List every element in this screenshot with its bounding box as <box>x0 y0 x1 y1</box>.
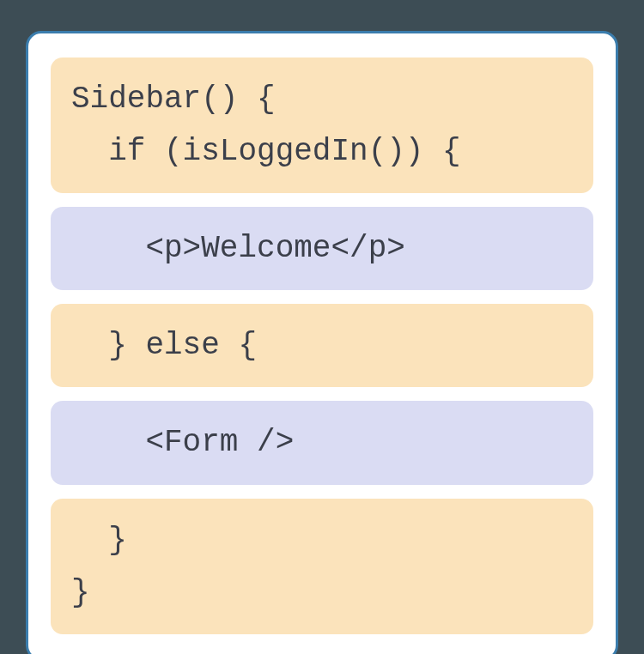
code-block-2: <p>Welcome</p> <box>51 207 593 290</box>
code-block-5: } } <box>51 499 593 634</box>
code-block-3: } else { <box>51 304 593 387</box>
code-line: if (isLoggedIn()) { <box>71 134 461 169</box>
code-block-4: <Form /> <box>51 401 593 484</box>
code-line: } else { <box>71 328 257 363</box>
code-line: <Form /> <box>71 425 294 460</box>
code-card: Sidebar() { if (isLoggedIn()) { <p>Welco… <box>26 31 618 654</box>
code-line: } <box>71 575 90 610</box>
code-line: Sidebar() { <box>71 82 276 117</box>
code-line: <p>Welcome</p> <box>71 231 405 266</box>
code-block-1: Sidebar() { if (isLoggedIn()) { <box>51 58 593 193</box>
code-line: } <box>71 523 127 558</box>
